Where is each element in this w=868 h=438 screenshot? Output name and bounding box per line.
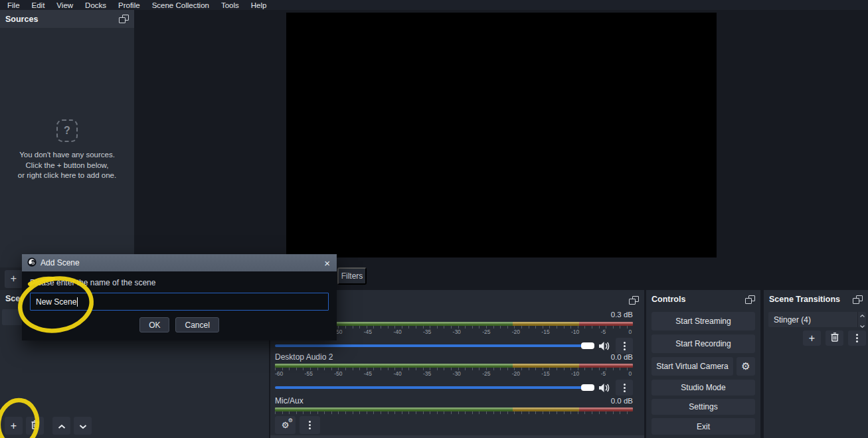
meter-tick-label: -40: [393, 414, 401, 415]
exit-button[interactable]: Exit: [651, 418, 755, 435]
start-recording-button[interactable]: Start Recording: [651, 334, 755, 353]
scene-name-value: New Scene: [36, 297, 76, 307]
sources-panel-header: Sources: [0, 10, 134, 28]
mixer-channel-menu-button[interactable]: [616, 380, 633, 396]
kebab-icon: [624, 387, 626, 389]
add-transition-button[interactable]: +: [803, 330, 821, 346]
empty-state-text: Click the + button below,: [0, 161, 134, 171]
meter-tick-labels: -60-55-50-45-40-35-30-25-20-15-10-50: [275, 414, 633, 415]
dialog-prompt-label: Please enter the name of the scene: [30, 278, 329, 287]
add-scene-button[interactable]: +: [5, 417, 23, 435]
menu-item-help[interactable]: Help: [245, 1, 273, 9]
remove-transition-button[interactable]: [825, 330, 843, 346]
controls-panel-title: Controls: [651, 295, 685, 304]
sources-panel-title: Sources: [5, 15, 38, 24]
trash-icon: [31, 420, 39, 432]
plus-icon: +: [11, 420, 17, 432]
mixer-scrollbar[interactable]: [270, 435, 644, 438]
start-streaming-button[interactable]: Start Streaming: [651, 312, 755, 330]
preview-canvas[interactable]: [286, 13, 717, 257]
transition-select-spinner[interactable]: [857, 312, 866, 327]
close-icon[interactable]: ×: [323, 258, 331, 268]
meter-tick-label: -15: [541, 414, 549, 415]
transition-select[interactable]: Stinger (4): [768, 312, 857, 327]
kebab-icon: [856, 337, 858, 339]
plus-icon: +: [11, 273, 17, 285]
filters-button[interactable]: Filters: [337, 267, 367, 285]
meter-tick-label: -60: [275, 414, 283, 415]
chevron-down-icon: [79, 420, 87, 432]
meter-tick-label: -55: [305, 414, 313, 415]
meter-tick-label: -10: [571, 328, 579, 335]
meter-tick-label: -45: [364, 370, 372, 377]
meter-tick-label: 0: [628, 414, 633, 415]
meter-tick-label: -60: [275, 370, 283, 377]
meter-tick-label: -5: [601, 370, 606, 377]
meter-tick-label: -25: [482, 370, 490, 377]
meter-tick-label: -45: [364, 414, 372, 415]
controls-panel-header: Controls: [646, 292, 760, 307]
move-scene-up-button[interactable]: [52, 417, 70, 435]
settings-button[interactable]: Settings: [651, 399, 755, 415]
ok-button[interactable]: OK: [139, 317, 169, 332]
meter-tick-label: -45: [364, 328, 372, 335]
virtual-camera-settings-button[interactable]: ⚙: [737, 357, 755, 376]
menu-item-scene-collection[interactable]: Scene Collection: [146, 1, 215, 9]
add-source-button[interactable]: +: [5, 270, 23, 288]
cancel-button[interactable]: Cancel: [175, 317, 218, 332]
chevron-up-icon: [58, 420, 66, 432]
kebab-icon: [309, 424, 311, 426]
speaker-icon[interactable]: [598, 342, 610, 350]
advanced-audio-properties-button[interactable]: ⚙ ⚙: [275, 416, 296, 434]
scene-transitions-header: Scene Transitions: [764, 292, 868, 307]
meter-tick-label: -15: [541, 370, 549, 377]
meter-tick-label: -5: [601, 328, 606, 335]
speaker-icon[interactable]: [598, 384, 610, 392]
sources-empty-state: ? You don't have any sources. Click the …: [0, 119, 134, 181]
mixer-channel-db: 0.0 dB: [611, 397, 633, 405]
volume-slider[interactable]: [275, 386, 594, 389]
mixer-channel-db: 0.0 dB: [611, 353, 633, 361]
menu-item-view[interactable]: View: [50, 1, 79, 9]
meter-tick-label: -30: [453, 414, 461, 415]
mixer-channel-name: Mic/Aux: [275, 396, 304, 405]
menubar: FileEditViewDocksProfileScene Collection…: [0, 0, 868, 10]
popout-icon: [629, 296, 639, 305]
menu-item-edit[interactable]: Edit: [26, 1, 51, 9]
scene-name-input[interactable]: New Scene: [30, 293, 329, 311]
question-mark-icon: ?: [56, 119, 78, 142]
volume-slider-handle[interactable]: [581, 384, 594, 391]
meter-tick-label: -55: [305, 370, 313, 377]
popout-icon: [119, 15, 129, 23]
start-virtual-camera-button[interactable]: Start Virtual Camera: [651, 357, 733, 376]
empty-state-text: or right click here to add one.: [0, 171, 134, 181]
text-caret: [77, 297, 78, 307]
remove-scene-button[interactable]: [26, 417, 44, 435]
meter-tick-label: -25: [482, 328, 490, 335]
meter-tick-label: -15: [541, 328, 549, 335]
mixer-channel-menu-button[interactable]: [616, 338, 633, 354]
preview-area: [134, 10, 868, 290]
menu-item-tools[interactable]: Tools: [215, 1, 245, 9]
volume-slider[interactable]: [275, 344, 594, 347]
menu-item-profile[interactable]: Profile: [112, 1, 146, 9]
menu-item-docks[interactable]: Docks: [79, 1, 112, 9]
transition-properties-button[interactable]: [848, 330, 866, 346]
move-scene-down-button[interactable]: [74, 417, 92, 435]
meter-tick-label: -5: [601, 414, 606, 415]
mixer-channel: Desktop Audio 2 0.0 dB -60-55-50-45-40-3…: [275, 352, 633, 396]
meter-tick-label: -35: [423, 328, 431, 335]
mixer-menu-button[interactable]: [300, 416, 320, 434]
dialog-titlebar[interactable]: Add Scene ×: [22, 254, 337, 271]
meter-tick-label: -20: [512, 328, 520, 335]
transition-selected-value: Stinger (4): [774, 315, 811, 325]
meter-tick-label: -30: [453, 328, 461, 335]
volume-slider-handle[interactable]: [581, 342, 594, 349]
menu-item-file[interactable]: File: [1, 1, 26, 9]
gear-icon: ⚙: [741, 360, 750, 372]
popout-icon: [745, 295, 755, 304]
obs-logo-icon: [27, 257, 37, 269]
studio-mode-button[interactable]: Studio Mode: [651, 380, 755, 396]
meter-tick-label: -40: [393, 328, 401, 335]
meter-tick-label: -35: [423, 414, 431, 415]
